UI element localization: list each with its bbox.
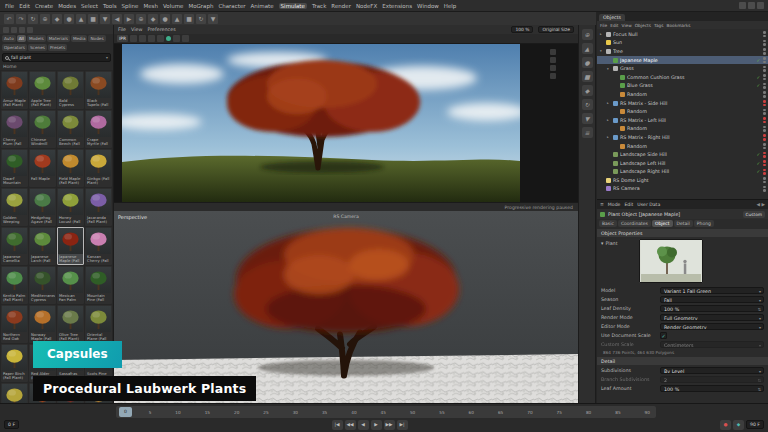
visibility-dots[interactable] (763, 48, 766, 54)
toolbar-icon[interactable]: ■ (88, 14, 98, 24)
asset-filter-tab[interactable]: Auto (2, 35, 16, 42)
plant-asset[interactable]: Japanese Larch (Fall Plant) (29, 227, 56, 265)
attribute-value[interactable]: Render Geometry (660, 323, 764, 330)
object-row[interactable]: ▸ Focus Null (597, 30, 768, 39)
object-row[interactable]: ▸ RS Matrix - Left Hill (597, 116, 768, 125)
object-row[interactable]: Landscape Right Hill ✓ (597, 168, 768, 177)
enabled-check-icon[interactable]: ✓ (755, 58, 761, 63)
enabled-check-icon[interactable]: ✓ (755, 161, 761, 166)
visibility-dots[interactable] (763, 83, 766, 89)
objects-menu-item[interactable]: View (622, 23, 632, 28)
objects-menu-item[interactable]: Tags (654, 23, 664, 28)
object-row[interactable]: Random (597, 107, 768, 116)
layout-icon[interactable] (739, 2, 746, 9)
expand-arrow-icon[interactable]: ▸ (607, 135, 611, 139)
settings-icon[interactable] (757, 2, 764, 9)
toolbar-icon[interactable]: ◆ (52, 14, 62, 24)
mode-menu[interactable]: Mode (608, 202, 621, 207)
plant-asset[interactable]: Golden Weeping Willow (Fall Plant) (1, 188, 28, 226)
object-row[interactable]: Random (597, 90, 768, 99)
transport-button[interactable]: |◀ (332, 420, 343, 430)
transport-button[interactable]: ▶ (371, 420, 382, 430)
plant-asset[interactable]: Field Maple (Fall Plant) (57, 149, 84, 187)
expand-arrow-icon[interactable]: ▾ (601, 241, 603, 246)
attribute-value[interactable]: 2 (660, 376, 764, 383)
menu-item[interactable]: Character (218, 3, 245, 9)
plant-asset[interactable]: Mexican Fan Palm (Fall Plant) (57, 266, 84, 304)
current-frame-marker[interactable]: 0 (119, 407, 132, 417)
visibility-dots[interactable] (763, 57, 766, 63)
object-row[interactable]: RS Camera (597, 185, 768, 194)
plant-asset[interactable]: Jacaranda (Fall Plant) (85, 188, 112, 226)
menu-item[interactable]: Track (312, 3, 326, 9)
attribute-value[interactable]: Centimeters (660, 341, 764, 348)
breadcrumb[interactable]: Home (0, 63, 113, 70)
plant-asset[interactable]: Paper Birch (Fall Plant) (1, 344, 28, 382)
visibility-dots[interactable] (763, 66, 766, 72)
plant-asset[interactable]: Fall Maple (29, 149, 56, 187)
gizmo-icon[interactable] (550, 73, 556, 79)
render-view-menu-view[interactable]: View (131, 27, 142, 32)
timeline-ruler[interactable]: 051015202530354045505560657075808590 0 (116, 406, 656, 418)
forward-icon[interactable] (11, 27, 17, 33)
asset-filter-tab[interactable]: Nodes (88, 35, 105, 42)
side-toolbar-icon[interactable]: ≡ (582, 127, 593, 138)
object-row[interactable]: Random (597, 125, 768, 134)
toolbar-icon[interactable]: ▼ (100, 14, 110, 24)
visibility-dots[interactable] (763, 91, 766, 97)
menu-item[interactable]: Render (331, 3, 351, 9)
side-toolbar-icon[interactable]: ■ (582, 71, 593, 82)
attribute-tab[interactable]: Phong (694, 220, 714, 227)
plant-asset[interactable]: Mountain Pine (Fall Plant) (85, 266, 112, 304)
side-toolbar-icon[interactable]: ▼ (582, 113, 593, 124)
render-region-icon[interactable] (139, 35, 146, 42)
attribute-tab[interactable]: Coordinates (618, 220, 651, 227)
object-row[interactable]: Common Cushion Grass ✓ (597, 73, 768, 82)
transport-button[interactable]: ◀◀ (345, 420, 356, 430)
userdata-menu[interactable]: User Data (637, 202, 660, 207)
menu-item[interactable]: Window (417, 3, 439, 9)
menu-item[interactable]: Simulate (279, 3, 307, 9)
visibility-dots[interactable] (763, 134, 766, 140)
plant-asset[interactable]: Cherry Plum (Fall Plant) (1, 110, 28, 148)
toolbar-icon[interactable]: ↷ (16, 14, 26, 24)
plant-asset[interactable]: Ginkgo (Fall Plant) (85, 149, 112, 187)
attribute-value[interactable]: By Level (660, 367, 764, 374)
plant-asset[interactable]: Silver Birch (Fall Plant) (1, 383, 28, 403)
menu-item[interactable]: Volume (163, 3, 183, 9)
section-object-properties[interactable]: Object Properties (597, 229, 768, 237)
object-row[interactable]: RS Dome Light (597, 176, 768, 185)
side-toolbar-icon[interactable]: ⊕ (582, 29, 593, 40)
toolbar-icon[interactable]: ⊕ (136, 14, 146, 24)
end-frame-field[interactable]: 90 F (746, 420, 764, 429)
asset-filter-tab[interactable]: Presets (48, 44, 67, 51)
asset-filter-tab[interactable]: Operators (2, 44, 27, 51)
enabled-check-icon[interactable]: ✓ (755, 75, 761, 80)
object-row[interactable]: Blue Grass ✓ (597, 82, 768, 91)
attribute-value[interactable]: Variant 1 Fall Green (660, 287, 764, 294)
toolbar-icon[interactable]: ◀ (112, 14, 122, 24)
side-toolbar-icon[interactable]: ▲ (582, 43, 593, 54)
tab-objects[interactable]: Objects (599, 14, 625, 21)
plant-asset[interactable]: Japanese Camellia (Fall Plant) (1, 227, 28, 265)
menu-item[interactable]: Spline (122, 3, 139, 9)
hamburger-icon[interactable]: ≡ (600, 202, 604, 207)
render-compare-icon[interactable] (157, 35, 164, 42)
expand-arrow-icon[interactable]: ▸ (600, 32, 604, 36)
render-zoom-field[interactable]: 100 % (511, 26, 533, 33)
objects-menu-item[interactable]: Objects (635, 23, 651, 28)
object-row[interactable]: Landscape Left Hill ✓ (597, 159, 768, 168)
menu-item[interactable]: Create (35, 3, 53, 9)
asset-filter-tab[interactable]: Media (71, 35, 88, 42)
object-row[interactable]: ▾ Grass (597, 64, 768, 73)
plant-asset[interactable]: Mediterranean Cypress (Fall Plant) (29, 266, 56, 304)
object-row[interactable]: ▾ Tree (597, 47, 768, 56)
expand-arrow-icon[interactable]: ▸ (607, 118, 611, 122)
menu-item[interactable]: Edit (19, 3, 30, 9)
plant-asset[interactable]: Northern Red Oak (Fall Plant) (1, 305, 28, 343)
menu-item[interactable]: MoGraph (188, 3, 213, 9)
object-row[interactable]: Landscape Side Hill ✓ (597, 150, 768, 159)
toolbar-icon[interactable]: ▶ (124, 14, 134, 24)
toolbar-icon[interactable]: ↶ (4, 14, 14, 24)
toolbar-icon[interactable]: ⊕ (40, 14, 50, 24)
